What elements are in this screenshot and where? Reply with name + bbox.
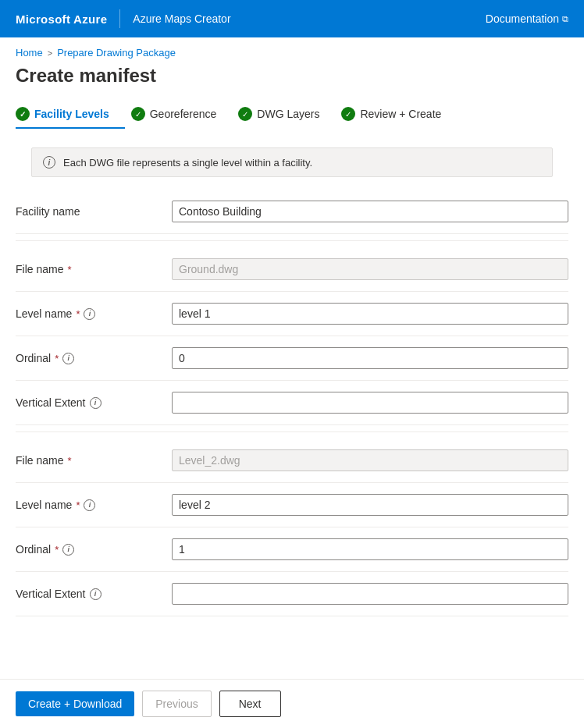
level2-levelname-required: * (76, 499, 80, 511)
tab-georeference[interactable]: ✓ Georeference (131, 99, 233, 129)
documentation-label: Documentation (486, 12, 559, 25)
level1-verticalextent-input[interactable] (172, 392, 568, 414)
level1-ordinal-input[interactable] (172, 347, 568, 369)
breadcrumb: Home > Prepare Drawing Package (0, 37, 584, 62)
level1-levelname-label: Level name * i (16, 307, 172, 320)
previous-button[interactable]: Previous (142, 691, 211, 717)
header-divider (119, 9, 120, 28)
level2-ordinal-input[interactable] (172, 538, 568, 560)
level1-ordinal-info-icon: i (62, 353, 74, 364)
facility-name-label: Facility name (16, 205, 172, 218)
level1-verticalextent-row: Vertical Extent i (16, 381, 568, 425)
level2-verticalextent-input[interactable] (172, 583, 568, 605)
next-button[interactable]: Next (219, 691, 281, 717)
external-link-icon: ⧉ (562, 14, 568, 24)
level2-filename-label: File name * (16, 454, 172, 467)
level1-filename-required: * (67, 264, 71, 275)
level1-filename-label: File name * (16, 263, 172, 275)
tab-check-facility-levels: ✓ (16, 107, 30, 121)
tab-check-review-create: ✓ (341, 107, 355, 121)
level2-levelname-label: Level name * i (16, 499, 172, 511)
wizard-tabs: ✓ Facility Levels ✓ Georeference ✓ DWG L… (0, 99, 584, 129)
app-header: Microsoft Azure Azure Maps Creator Docum… (0, 0, 584, 37)
level2-filename-row: File name * (16, 439, 568, 483)
service-name: Azure Maps Creator (133, 12, 230, 25)
tab-check-dwg-layers: ✓ (238, 107, 252, 121)
breadcrumb-current[interactable]: Prepare Drawing Package (57, 47, 176, 59)
facility-name-row: Facility name (16, 190, 568, 234)
breadcrumb-home[interactable]: Home (16, 47, 43, 59)
info-box: i Each DWG file represents a single leve… (31, 147, 553, 177)
tab-review-create[interactable]: ✓ Review + Create (341, 99, 457, 129)
tab-label-facility-levels: Facility Levels (34, 108, 109, 120)
level2-levelname-row: Level name * i (16, 483, 568, 527)
tab-dwg-layers[interactable]: ✓ DWG Layers (238, 99, 335, 129)
level1-ordinal-row: Ordinal * i (16, 336, 568, 381)
level2-verticalextent-label: Vertical Extent i (16, 588, 172, 600)
create-download-button[interactable]: Create + Download (16, 691, 134, 716)
info-box-message: Each DWG file represents a single level … (63, 157, 312, 169)
level2-verticalextent-info-icon: i (90, 588, 101, 600)
form-area: i Each DWG file represents a single leve… (0, 129, 584, 694)
info-box-icon: i (43, 156, 55, 169)
tab-check-georeference: ✓ (131, 107, 145, 121)
level1-ordinal-required: * (55, 353, 59, 364)
footer: Create + Download Previous Next (0, 679, 584, 728)
level2-ordinal-required: * (55, 544, 59, 556)
level1-levelname-input[interactable] (172, 303, 568, 325)
level1-ordinal-label: Ordinal * i (16, 352, 172, 364)
section-divider-2 (16, 431, 568, 432)
level2-filename-input[interactable] (172, 449, 568, 471)
level1-filename-input[interactable] (172, 258, 568, 280)
section-divider-1 (16, 240, 568, 241)
tab-label-dwg-layers: DWG Layers (257, 108, 319, 120)
breadcrumb-separator: > (48, 48, 52, 58)
level2-ordinal-label: Ordinal * i (16, 543, 172, 556)
level1-levelname-required: * (76, 308, 80, 320)
page-title: Create manifest (0, 62, 584, 99)
facility-name-input[interactable] (172, 201, 568, 222)
brand-name: Microsoft Azure (16, 12, 107, 26)
level1-verticalextent-label: Vertical Extent i (16, 396, 172, 409)
level2-ordinal-row: Ordinal * i (16, 527, 568, 572)
level2-ordinal-info-icon: i (62, 544, 74, 556)
tab-label-review-create: Review + Create (360, 108, 441, 120)
level2-verticalextent-row: Vertical Extent i (16, 572, 568, 616)
level2-levelname-info-icon: i (84, 499, 95, 511)
level1-filename-row: File name * (16, 247, 568, 292)
level1-levelname-row: Level name * i (16, 292, 568, 336)
tab-label-georeference: Georeference (150, 108, 217, 120)
level1-verticalextent-info-icon: i (90, 397, 101, 409)
level1-levelname-info-icon: i (84, 308, 95, 320)
documentation-link[interactable]: Documentation ⧉ (486, 12, 568, 25)
level2-filename-required: * (67, 455, 71, 467)
level2-levelname-input[interactable] (172, 494, 568, 516)
tab-facility-levels[interactable]: ✓ Facility Levels (16, 99, 125, 129)
